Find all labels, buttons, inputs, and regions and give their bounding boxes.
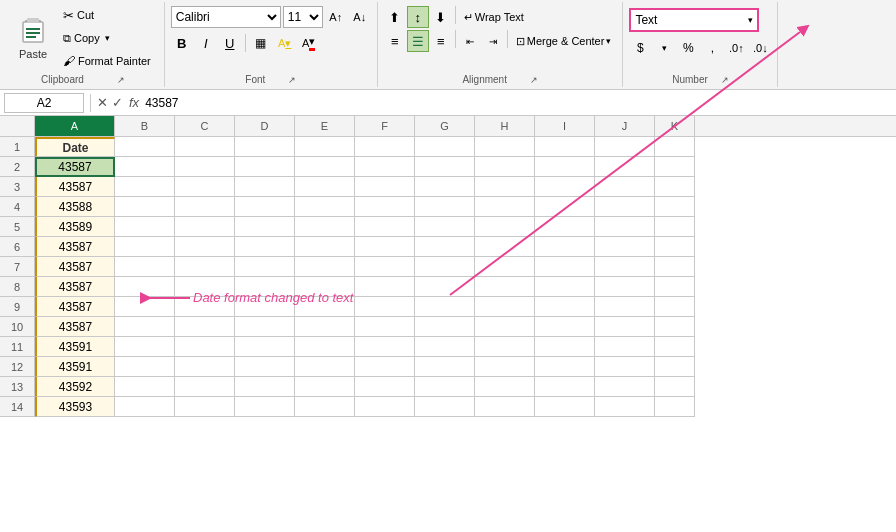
cell-a14[interactable]: 43593 xyxy=(35,397,115,417)
decrease-font-btn[interactable]: A↓ xyxy=(349,6,371,28)
cell-j1[interactable] xyxy=(595,137,655,157)
cell-k3[interactable] xyxy=(655,177,695,197)
cell-h3[interactable] xyxy=(475,177,535,197)
cell-b11[interactable] xyxy=(115,337,175,357)
col-header-A[interactable]: A xyxy=(35,116,115,136)
cell-d4[interactable] xyxy=(235,197,295,217)
cell-k7[interactable] xyxy=(655,257,695,277)
cell-f1[interactable] xyxy=(355,137,415,157)
cell-a7[interactable]: 43587 xyxy=(35,257,115,277)
number-expand-icon[interactable]: ↗ xyxy=(721,75,729,85)
cell-i1[interactable] xyxy=(535,137,595,157)
cell-k14[interactable] xyxy=(655,397,695,417)
cell-f13[interactable] xyxy=(355,377,415,397)
cell-g9[interactable] xyxy=(415,297,475,317)
cell-e4[interactable] xyxy=(295,197,355,217)
cell-k11[interactable] xyxy=(655,337,695,357)
cell-i13[interactable] xyxy=(535,377,595,397)
cell-b6[interactable] xyxy=(115,237,175,257)
cell-g7[interactable] xyxy=(415,257,475,277)
cell-h6[interactable] xyxy=(475,237,535,257)
increase-decimal-btn[interactable]: .0↑ xyxy=(725,37,747,59)
cell-e7[interactable] xyxy=(295,257,355,277)
cell-d5[interactable] xyxy=(235,217,295,237)
cell-d2[interactable] xyxy=(235,157,295,177)
cell-a8[interactable]: 43587 xyxy=(35,277,115,297)
cell-h11[interactable] xyxy=(475,337,535,357)
cell-c3[interactable] xyxy=(175,177,235,197)
cell-j8[interactable] xyxy=(595,277,655,297)
cell-b4[interactable] xyxy=(115,197,175,217)
cell-j6[interactable] xyxy=(595,237,655,257)
cell-b14[interactable] xyxy=(115,397,175,417)
cell-b7[interactable] xyxy=(115,257,175,277)
cell-d10[interactable] xyxy=(235,317,295,337)
cell-f2[interactable] xyxy=(355,157,415,177)
cell-f11[interactable] xyxy=(355,337,415,357)
cell-b5[interactable] xyxy=(115,217,175,237)
bold-button[interactable]: B xyxy=(171,32,193,54)
cell-d11[interactable] xyxy=(235,337,295,357)
fill-color-button[interactable]: A▾ xyxy=(274,32,296,54)
cell-f9[interactable] xyxy=(355,297,415,317)
cell-b10[interactable] xyxy=(115,317,175,337)
col-header-D[interactable]: D xyxy=(235,116,295,136)
cell-e1[interactable] xyxy=(295,137,355,157)
cell-g11[interactable] xyxy=(415,337,475,357)
cell-g10[interactable] xyxy=(415,317,475,337)
cell-i3[interactable] xyxy=(535,177,595,197)
cell-d13[interactable] xyxy=(235,377,295,397)
cell-j11[interactable] xyxy=(595,337,655,357)
cell-h12[interactable] xyxy=(475,357,535,377)
cell-k9[interactable] xyxy=(655,297,695,317)
merge-center-button[interactable]: ⊡ Merge & Center ▾ xyxy=(511,30,617,52)
cell-a9[interactable]: 43587 xyxy=(35,297,115,317)
format-painter-button[interactable]: 🖌 Format Painter xyxy=(58,50,156,72)
cell-f12[interactable] xyxy=(355,357,415,377)
cell-a11[interactable]: 43591 xyxy=(35,337,115,357)
cell-j3[interactable] xyxy=(595,177,655,197)
cell-k12[interactable] xyxy=(655,357,695,377)
cell-i2[interactable] xyxy=(535,157,595,177)
cell-c13[interactable] xyxy=(175,377,235,397)
cell-e12[interactable] xyxy=(295,357,355,377)
cell-i9[interactable] xyxy=(535,297,595,317)
cell-k5[interactable] xyxy=(655,217,695,237)
indent-increase-btn[interactable]: ⇥ xyxy=(482,30,504,52)
font-family-select[interactable]: Calibri xyxy=(171,6,281,28)
cell-j14[interactable] xyxy=(595,397,655,417)
cell-f7[interactable] xyxy=(355,257,415,277)
cell-i7[interactable] xyxy=(535,257,595,277)
cell-f4[interactable] xyxy=(355,197,415,217)
cell-k1[interactable] xyxy=(655,137,695,157)
copy-dropdown-icon[interactable]: ▾ xyxy=(105,33,110,43)
merge-dropdown-icon[interactable]: ▾ xyxy=(606,36,611,46)
cell-f6[interactable] xyxy=(355,237,415,257)
cell-g8[interactable] xyxy=(415,277,475,297)
align-left-btn[interactable]: ≡ xyxy=(384,30,406,52)
cell-e8[interactable] xyxy=(295,277,355,297)
cell-d8[interactable] xyxy=(235,277,295,297)
cell-b2[interactable] xyxy=(115,157,175,177)
cell-i12[interactable] xyxy=(535,357,595,377)
cell-b1[interactable] xyxy=(115,137,175,157)
cell-h4[interactable] xyxy=(475,197,535,217)
currency-btn[interactable]: $ xyxy=(629,37,651,59)
cell-b3[interactable] xyxy=(115,177,175,197)
cell-j7[interactable] xyxy=(595,257,655,277)
cell-e10[interactable] xyxy=(295,317,355,337)
cell-h14[interactable] xyxy=(475,397,535,417)
cell-d14[interactable] xyxy=(235,397,295,417)
cell-j10[interactable] xyxy=(595,317,655,337)
cell-g14[interactable] xyxy=(415,397,475,417)
cell-e9[interactable] xyxy=(295,297,355,317)
cell-a10[interactable]: 43587 xyxy=(35,317,115,337)
cell-a6[interactable]: 43587 xyxy=(35,237,115,257)
cell-c12[interactable] xyxy=(175,357,235,377)
cell-a3[interactable]: 43587 xyxy=(35,177,115,197)
cell-d6[interactable] xyxy=(235,237,295,257)
cell-k13[interactable] xyxy=(655,377,695,397)
number-format-chevron[interactable]: ▾ xyxy=(748,15,753,25)
cell-g13[interactable] xyxy=(415,377,475,397)
number-format-dropdown[interactable]: Text ▾ xyxy=(629,8,759,32)
